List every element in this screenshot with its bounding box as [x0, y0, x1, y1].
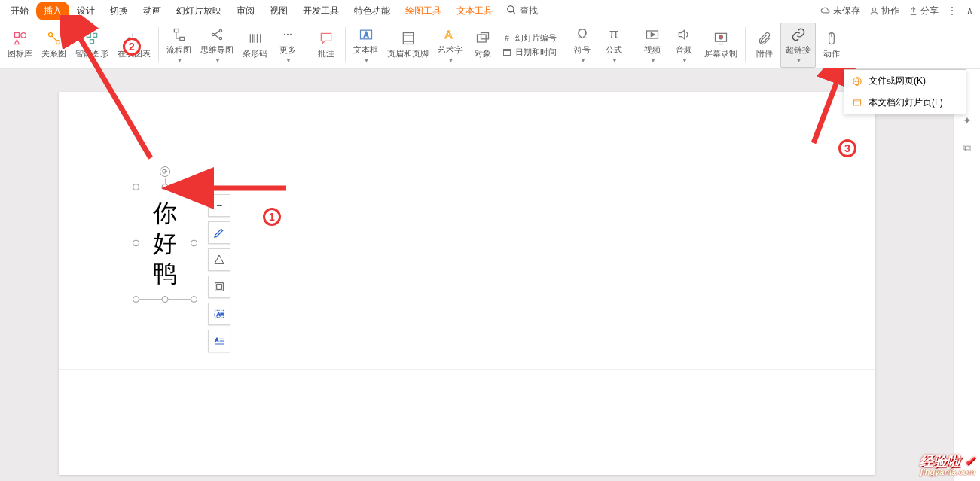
share-button[interactable]: 分享	[908, 5, 939, 17]
check-icon: ✓	[964, 454, 975, 469]
btn-smartart[interactable]: 智能图形	[71, 27, 113, 62]
shapes-icon	[12, 30, 29, 47]
tab-review[interactable]: 审阅	[229, 2, 262, 20]
tab-devtools[interactable]: 开发工具	[295, 2, 347, 20]
svg-text:A≡: A≡	[217, 311, 224, 318]
svg-rect-15	[174, 29, 179, 32]
tab-start[interactable]: 开始	[3, 2, 36, 20]
btn-barcode[interactable]: 条形码	[238, 27, 272, 62]
tab-features[interactable]: 特色功能	[347, 2, 398, 20]
annotation-1: 1	[263, 208, 281, 226]
svg-marker-43	[651, 32, 655, 36]
btn-audio[interactable]: 音频▼	[668, 23, 700, 67]
more-menu[interactable]: ⋮	[948, 5, 958, 16]
resize-handle[interactable]	[191, 296, 197, 303]
resize-handle[interactable]	[191, 240, 197, 247]
link-icon	[790, 26, 807, 43]
object-icon	[475, 30, 491, 47]
resize-handle[interactable]	[133, 184, 139, 190]
tab-slideshow[interactable]: 幻灯片放映	[169, 2, 229, 20]
minicol-slidemeta: #幻灯片编号 日期和时间	[499, 32, 560, 58]
hyperlink-dropdown: 文件或网页(K) 本文档幻灯片页(L)	[844, 69, 966, 114]
pane-icon[interactable]: ✦	[963, 114, 972, 126]
btn-mindmap[interactable]: 思维导图▼	[196, 23, 238, 67]
float-btn-shape[interactable]	[208, 248, 230, 271]
btn-relgraph[interactable]: 关系图	[37, 27, 71, 62]
textbox-selected[interactable]: ⟳ 你 好 鸭	[136, 187, 194, 300]
btn-more[interactable]: 更多▼	[272, 23, 304, 67]
relation-icon	[46, 30, 63, 47]
tab-design[interactable]: 设计	[69, 2, 102, 20]
video-icon	[644, 26, 661, 43]
pane-icon[interactable]: ⧉	[963, 142, 971, 154]
btn-flowchart[interactable]: 流程图▼	[162, 23, 196, 67]
titlebar-right: 未保存 协作 分享 ⋮ ∧	[820, 0, 972, 21]
tab-transition[interactable]: 切换	[102, 2, 136, 20]
svg-point-46	[719, 35, 723, 39]
ribbon-insert: 图标库 关系图 智能图形 在线图表 流程图▼ 思维导图▼ 条形码 更多▼ 批注 …	[0, 21, 980, 69]
btn-hyperlink[interactable]: 超链接▼	[780, 23, 816, 68]
btn-video[interactable]: 视频▼	[637, 23, 668, 67]
watermark-main: 经验啦	[920, 454, 960, 469]
svg-rect-11	[90, 40, 94, 44]
btn-action[interactable]: 动作	[816, 27, 847, 62]
unsaved-label: 未保存	[833, 5, 860, 17]
unsaved-indicator[interactable]: 未保存	[820, 5, 860, 17]
float-btn-frame[interactable]	[208, 276, 230, 298]
float-btn-para[interactable]: A	[208, 330, 230, 352]
resize-handle[interactable]	[133, 240, 139, 247]
btn-slidenum[interactable]: #幻灯片编号	[502, 32, 557, 44]
rotate-handle[interactable]: ⟳	[160, 166, 170, 177]
btn-headerfooter[interactable]: 页眉和页脚	[383, 27, 433, 62]
globe-icon	[852, 76, 862, 87]
label: 图标库	[8, 48, 32, 59]
svg-rect-39	[481, 33, 489, 39]
comment-icon	[318, 30, 334, 47]
tab-animation[interactable]: 动画	[136, 2, 169, 20]
btn-object[interactable]: 对象	[467, 27, 499, 62]
dropdown-file-web[interactable]: 文件或网页(K)	[844, 70, 966, 92]
float-btn-text[interactable]: A≡	[208, 303, 230, 325]
btn-symbol[interactable]: Ω符号▼	[566, 23, 598, 67]
svg-rect-16	[179, 37, 184, 40]
textbox-content[interactable]: 你 好 鸭	[136, 187, 194, 299]
audio-icon	[676, 26, 692, 43]
textbox-icon: A	[358, 26, 374, 43]
resize-handle[interactable]	[162, 296, 169, 303]
resize-handle[interactable]	[191, 184, 197, 190]
btn-iconlib[interactable]: 图标库	[3, 27, 37, 62]
svg-line-8	[51, 36, 56, 41]
float-btn-collapse[interactable]: −	[208, 194, 230, 217]
svg-text:A: A	[363, 31, 368, 39]
svg-text:A: A	[215, 337, 219, 342]
svg-point-29	[284, 33, 285, 35]
search-icon	[506, 5, 517, 17]
btn-screenrec[interactable]: 屏幕录制	[700, 27, 742, 62]
smartart-icon	[84, 30, 100, 47]
btn-wordart[interactable]: A艺术字▼	[433, 23, 467, 67]
svg-marker-5	[14, 40, 19, 44]
btn-annotate[interactable]: 批注	[310, 27, 342, 62]
btn-textbox[interactable]: A文本框▼	[349, 23, 383, 67]
tab-insert[interactable]: 插入	[36, 2, 69, 20]
collapse-ribbon[interactable]: ∧	[967, 5, 972, 16]
svg-rect-3	[14, 33, 19, 38]
svg-point-21	[219, 37, 221, 39]
resize-handle[interactable]	[162, 184, 169, 190]
right-panel: ✦ ⧉	[953, 69, 980, 481]
person-icon	[869, 6, 879, 16]
tab-view[interactable]: 视图	[262, 2, 295, 20]
btn-datetime[interactable]: 日期和时间	[502, 47, 557, 58]
coop-button[interactable]: 协作	[869, 5, 899, 17]
wordart-icon: A	[442, 26, 459, 43]
btn-attachment[interactable]: 附件	[749, 27, 780, 62]
search-button[interactable]: 查找	[506, 5, 538, 17]
btn-formula[interactable]: π公式▼	[598, 23, 630, 67]
tab-drawtools[interactable]: 绘图工具	[398, 2, 449, 20]
dropdown-slide[interactable]: 本文档幻灯片页(L)	[844, 92, 966, 114]
resize-handle[interactable]	[133, 296, 139, 303]
tab-texttools[interactable]: 文本工具	[449, 2, 500, 20]
float-btn-pen[interactable]	[208, 221, 230, 244]
char: 好	[153, 228, 177, 258]
pi-icon: π	[606, 26, 622, 43]
